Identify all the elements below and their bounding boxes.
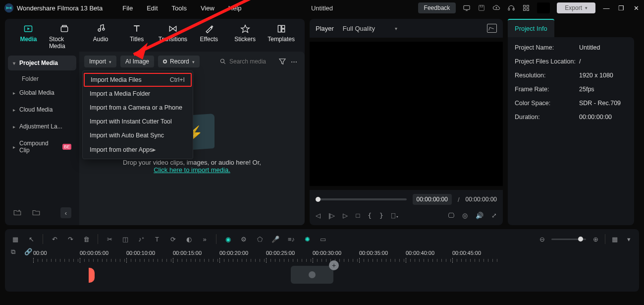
menu-tools[interactable]: Tools (172, 4, 187, 12)
maximize-button[interactable]: ❐ (617, 4, 625, 12)
info-label: Frame Rate: (515, 86, 579, 93)
zoom-out-icon[interactable]: ⊖ (537, 236, 546, 243)
menu-edit[interactable]: Edit (147, 4, 158, 12)
crop-icon[interactable]: ◫ (121, 236, 130, 243)
beat-icon[interactable]: ✺ (303, 236, 312, 243)
tab-titles[interactable]: Titles (121, 24, 153, 50)
zoom-in-icon[interactable]: ⊕ (591, 236, 600, 243)
app-logo-icon (4, 3, 14, 13)
view-options-icon[interactable]: ▾ (624, 236, 633, 243)
record-button[interactable]: Record (158, 56, 200, 67)
menu-help[interactable]: Help (228, 4, 242, 12)
display-icon[interactable]: 🖵 (448, 212, 454, 219)
import-media-link[interactable]: Click here to import media. (154, 166, 230, 174)
collapse-sidebar-button[interactable]: ‹ (60, 207, 71, 218)
ai-image-button[interactable]: AI Image (120, 56, 154, 67)
player-quality-select[interactable]: Full Quality (343, 25, 397, 32)
media-content: Import AI Image Record ⋯ Import Media Fi… (79, 52, 305, 225)
folder-icon[interactable] (32, 208, 41, 217)
close-button[interactable]: ✕ (632, 4, 640, 12)
chevron-down-icon (13, 60, 15, 66)
aspect-icon[interactable]: ⎕▾ (391, 212, 399, 219)
mark-in-icon[interactable]: { (368, 212, 372, 219)
filter-icon[interactable] (278, 57, 287, 66)
search-media[interactable] (219, 58, 274, 65)
apps-grid-icon[interactable] (522, 4, 530, 12)
player-tab[interactable]: Player (316, 25, 334, 32)
text-icon[interactable]: T (153, 236, 161, 243)
seek-bar[interactable] (316, 198, 407, 200)
sidebar-item-compound-clip[interactable]: Compound ClipBE (8, 136, 76, 158)
info-value: 25fps (579, 86, 594, 93)
tab-audio[interactable]: Audio (85, 24, 116, 50)
mark-out-icon[interactable]: } (379, 212, 383, 219)
settings-gear-icon[interactable]: ⚙ (239, 236, 248, 243)
import-auto-beat-sync-item[interactable]: Import with Auto Beat Sync (83, 128, 193, 142)
redo-icon[interactable]: ↷ (66, 236, 75, 243)
tab-media[interactable]: Media (13, 24, 44, 50)
pointer-icon[interactable]: ↖ (27, 236, 36, 243)
import-camera-phone-item[interactable]: Import from a Camera or a Phone (83, 101, 193, 115)
import-other-apps-item[interactable]: Import from other Apps (83, 142, 193, 157)
headset-icon[interactable] (507, 4, 515, 12)
timeline-track[interactable]: + (88, 266, 634, 286)
feedback-button[interactable]: Feedback (418, 2, 456, 13)
import-media-files-item[interactable]: Import Media FilesCtrl+I (84, 73, 192, 87)
sidebar-item-project-media[interactable]: Project Media (8, 56, 76, 70)
audio-detach-icon[interactable]: ♪ᐩ (137, 236, 146, 243)
mic-icon[interactable]: 🎤 (271, 236, 280, 243)
volume-icon[interactable]: 🔊 (476, 212, 483, 219)
account-avatar[interactable] (537, 2, 550, 13)
empty-clip-slot[interactable]: + (291, 266, 333, 284)
tab-transitions[interactable]: Transitions (158, 24, 189, 50)
project-info-tab[interactable]: Project Info (508, 19, 554, 37)
fullscreen-icon[interactable]: ⤢ (491, 212, 497, 219)
menu-view[interactable]: View (201, 4, 215, 12)
link-icon[interactable]: 🔗 (24, 248, 32, 255)
add-clip-button[interactable]: + (329, 260, 339, 270)
menu-file[interactable]: File (122, 4, 133, 12)
track-manager-icon[interactable]: ⧉ (11, 248, 15, 256)
tab-stickers[interactable]: Stickers (229, 24, 261, 50)
zoom-slider[interactable] (551, 239, 586, 240)
sidebar-item-cloud-media[interactable]: Cloud Media (8, 102, 76, 117)
sidebar-item-adjustment-layer[interactable]: Adjustment La... (8, 119, 76, 134)
search-input[interactable] (229, 58, 274, 65)
undo-icon[interactable]: ↶ (50, 236, 59, 243)
ai-tool-icon[interactable]: ◉ (223, 236, 232, 243)
mixer-icon[interactable]: ≡♪ (287, 236, 296, 243)
tab-stock-media[interactable]: Stock Media (49, 24, 80, 50)
ratio-icon[interactable]: ▭ (319, 236, 327, 243)
minimize-button[interactable]: — (602, 4, 610, 12)
import-button[interactable]: Import (84, 56, 116, 67)
marker-shield-icon[interactable]: ⬠ (255, 236, 264, 243)
import-media-folder-item[interactable]: Import a Media Folder (83, 87, 193, 101)
snapshot-icon[interactable] (487, 24, 497, 33)
color-icon[interactable]: ◐ (184, 236, 193, 243)
stop-icon[interactable]: □ (356, 212, 360, 219)
tab-effects[interactable]: Effects (193, 24, 224, 50)
delete-icon[interactable]: 🗑 (82, 236, 91, 243)
save-icon[interactable] (478, 4, 485, 12)
grid-view-icon[interactable]: ▦ (610, 236, 619, 243)
titles-icon (132, 24, 142, 34)
new-folder-icon[interactable] (13, 208, 22, 217)
speed-icon[interactable]: ⟳ (168, 236, 177, 243)
playhead-handle-icon[interactable] (89, 268, 95, 283)
cloud-upload-icon[interactable] (492, 4, 500, 12)
layout-icon[interactable]: ▦ (11, 236, 20, 243)
camera-icon[interactable]: ◎ (462, 212, 468, 219)
monitor-icon[interactable] (463, 4, 471, 12)
split-icon[interactable]: ✂ (105, 236, 114, 243)
more-icon[interactable]: ⋯ (291, 58, 300, 65)
tab-templates[interactable]: Templates (266, 24, 297, 50)
step-back-icon[interactable]: |▷ (328, 212, 335, 219)
more-tools-icon[interactable]: » (200, 236, 209, 243)
export-button[interactable]: Export▾ (557, 2, 595, 13)
info-value: 00:00:00:00 (579, 114, 612, 121)
prev-keyframe-icon[interactable]: ◁ (316, 212, 321, 219)
sidebar-item-global-media[interactable]: Global Media (8, 85, 76, 100)
import-instant-cutter-item[interactable]: Import with Instant Cutter Tool (83, 115, 193, 128)
play-icon[interactable]: ▷ (343, 212, 348, 219)
sidebar-sub-folder[interactable]: Folder (8, 72, 76, 85)
